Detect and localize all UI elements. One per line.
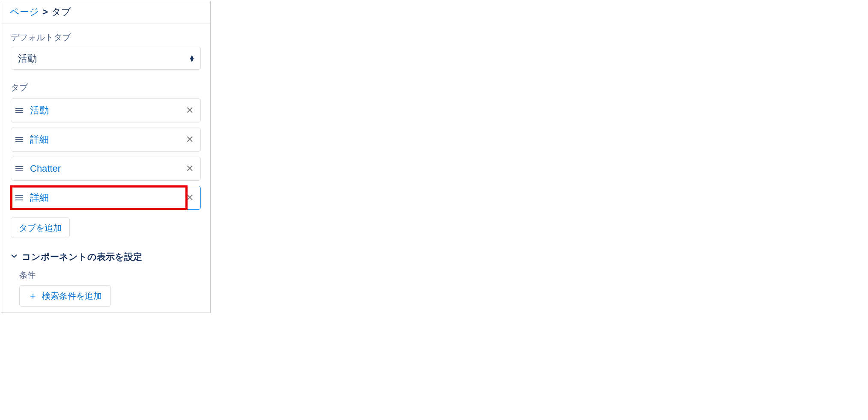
tab-item[interactable]: 活動✕ [11, 98, 201, 122]
chevron-down-icon [11, 253, 18, 262]
condition-label: 条件 [19, 270, 197, 281]
default-tab-select[interactable]: 活動 [11, 47, 201, 70]
close-icon[interactable]: ✕ [184, 132, 195, 147]
tab-item-label[interactable]: Chatter [30, 163, 184, 174]
tab-item[interactable]: Chatter✕ [11, 157, 201, 181]
visibility-section-header[interactable]: コンポーネントの表示を設定 [1, 246, 210, 266]
drag-handle-icon[interactable] [15, 108, 25, 113]
tabs-label: タブ [11, 82, 201, 93]
default-tab-select-wrap: 活動 ▲▼ [11, 47, 201, 70]
close-icon[interactable]: ✕ [184, 191, 195, 205]
tabs-section: タブ [1, 74, 210, 98]
tab-item[interactable]: 詳細✕ [11, 128, 201, 152]
tab-item-label[interactable]: 詳細 [30, 133, 184, 146]
breadcrumb: ページ > タブ [1, 1, 210, 24]
drag-handle-icon[interactable] [15, 137, 25, 142]
close-icon[interactable]: ✕ [184, 161, 195, 176]
default-tab-section: デフォルトタブ 活動 ▲▼ [1, 24, 210, 74]
tab-item[interactable]: 詳細✕ [11, 186, 201, 210]
tabs-list: 活動✕詳細✕Chatter✕詳細✕ [1, 98, 210, 217]
tab-item-label[interactable]: 詳細 [30, 191, 184, 204]
plus-icon: ＋ [28, 289, 38, 302]
visibility-title: コンポーネントの表示を設定 [22, 251, 142, 263]
add-condition-button[interactable]: ＋ 検索条件を追加 [19, 285, 111, 307]
condition-section: 条件 ＋ 検索条件を追加 [1, 266, 210, 313]
add-condition-label: 検索条件を追加 [42, 290, 102, 302]
tab-properties-panel: ページ > タブ デフォルトタブ 活動 ▲▼ タブ 活動✕詳細✕Chatter✕… [1, 1, 211, 313]
default-tab-label: デフォルトタブ [11, 32, 201, 43]
breadcrumb-current: タブ [51, 6, 71, 18]
drag-handle-icon[interactable] [15, 166, 25, 171]
add-tab-row: タブを追加 [1, 217, 210, 246]
close-icon[interactable]: ✕ [184, 103, 195, 118]
drag-handle-icon[interactable] [15, 195, 25, 200]
add-tab-button[interactable]: タブを追加 [11, 217, 70, 238]
tab-item-label[interactable]: 活動 [30, 104, 184, 117]
breadcrumb-page-link[interactable]: ページ [10, 6, 39, 18]
breadcrumb-separator: > [42, 6, 48, 18]
